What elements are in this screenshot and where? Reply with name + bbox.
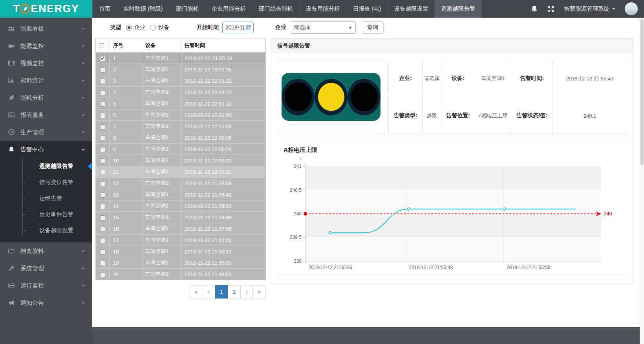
topnav-item[interactable]: 遥测越限告警: [434, 0, 481, 18]
page-first[interactable]: «: [190, 285, 203, 298]
table-row[interactable]: 15车间空调12018-11-22 21:58:49: [96, 212, 266, 223]
sidebar-item[interactable]: 生产管理: [0, 124, 92, 141]
topnav-item[interactable]: 日报表 (电): [346, 0, 388, 18]
row-checkbox[interactable]: [100, 158, 105, 164]
row-checkbox[interactable]: [100, 67, 105, 73]
table-row[interactable]: 10车间空调12018-11-22 22:00:22: [96, 155, 266, 166]
table-row[interactable]: 16车间空调12018-11-22 21:57:59: [96, 223, 266, 235]
table-row[interactable]: 11车间空调22018-11-22 22:00:11: [96, 166, 266, 178]
row-checkbox[interactable]: [100, 124, 105, 129]
row-checkbox[interactable]: [100, 79, 105, 84]
row-checkbox[interactable]: [100, 56, 105, 61]
sidebar-item[interactable]: 运行监控: [0, 277, 92, 294]
sidebar-item[interactable]: 系统管理: [0, 260, 92, 277]
table-row[interactable]: 12车间空调22018-11-22 21:59:58: [96, 178, 266, 189]
row-checkbox[interactable]: [100, 249, 105, 255]
row-checkbox[interactable]: [100, 147, 105, 152]
topnav-item[interactable]: 部门综合能耗: [252, 0, 299, 18]
row-checkbox[interactable]: [100, 204, 105, 209]
cell-no: 12: [110, 178, 142, 189]
sidebar-item[interactable]: 能耗统计: [0, 72, 92, 89]
topnav-item[interactable]: 实时数据 (秒级): [117, 0, 169, 18]
page-next[interactable]: ›: [241, 285, 253, 298]
sidebar-subitem[interactable]: 运维告警: [0, 190, 92, 206]
row-checkbox[interactable]: [100, 181, 105, 186]
topnav-item[interactable]: 企业用能分析: [205, 0, 252, 18]
radio-company[interactable]: [126, 25, 132, 31]
page-scrollbar[interactable]: [640, 18, 644, 344]
table-row[interactable]: 1车间空调12018-12-12 21:55:43: [96, 53, 266, 64]
radio-device[interactable]: [150, 25, 156, 31]
start-time-input[interactable]: 2018-11: [222, 22, 254, 33]
row-checkbox[interactable]: [100, 261, 105, 266]
row-checkbox[interactable]: [100, 193, 105, 198]
data-point-marker[interactable]: [407, 207, 410, 210]
row-checkbox[interactable]: [100, 238, 105, 243]
page-number[interactable]: 1: [215, 285, 228, 298]
sidebar-subitem[interactable]: 信号变位告警: [0, 174, 92, 190]
table-row[interactable]: 8车间空调22018-11-22 22:00:36: [96, 132, 266, 144]
table-row[interactable]: 3车间空调22018-11-22 22:01:22: [96, 75, 266, 87]
clock-icon: [8, 129, 15, 136]
radio-device-label[interactable]: 设备: [158, 24, 169, 31]
table-row[interactable]: 7车间空调12018-11-22 22:01:00: [96, 121, 266, 132]
chevron-down-icon: [349, 27, 352, 31]
cell-device: 车间空调1: [142, 121, 181, 132]
sidebar-item[interactable]: 通知公告: [0, 294, 92, 311]
table-row[interactable]: 9车间空调22018-11-22 22:00:24: [96, 144, 266, 155]
chevron-down-icon: [80, 147, 86, 152]
fullscreen-icon[interactable]: [547, 5, 554, 13]
radio-company-label[interactable]: 企业: [134, 24, 145, 31]
table-row[interactable]: 4车间空调12018-11-22 22:01:21: [96, 87, 266, 98]
notifications-bell-icon[interactable]: [531, 5, 538, 13]
table-row[interactable]: 17车间空调12018-11-22 21:51:03: [96, 235, 266, 246]
row-checkbox[interactable]: [100, 113, 105, 118]
system-title-dropdown[interactable]: 智慧能源管理系统: [564, 5, 615, 13]
sidebar-item[interactable]: 视频监控: [0, 55, 92, 72]
row-checkbox[interactable]: [100, 272, 105, 277]
topnav-item[interactable]: 设备用能分析: [299, 0, 346, 18]
row-checkbox[interactable]: [100, 215, 105, 220]
table-row[interactable]: 2车间空调22018-11-22 22:01:35: [96, 64, 266, 75]
topnav-item[interactable]: 设备越限设置: [387, 0, 434, 18]
sidebar-item[interactable]: 报表服务: [0, 106, 92, 124]
table-row[interactable]: 14车间空调12018-11-22 21:59:31: [96, 200, 266, 212]
data-point-marker[interactable]: [503, 207, 506, 210]
scrollbar-thumb[interactable]: [640, 19, 644, 165]
row-checkbox[interactable]: [100, 170, 105, 175]
select-all-checkbox[interactable]: [99, 43, 104, 48]
table-row[interactable]: 20车间空调22018-11-22 21:49:51: [96, 269, 266, 280]
sidebar-item[interactable]: 能源监控: [0, 37, 92, 55]
sidebar-item[interactable]: 能耗分析: [0, 89, 92, 106]
calendar-icon[interactable]: [246, 25, 251, 30]
row-checkbox[interactable]: [100, 227, 105, 232]
table-row[interactable]: 18车间空调12018-11-22 21:50:13: [96, 246, 266, 257]
sidebar-subitem[interactable]: 遥测越限告警: [0, 158, 92, 174]
topnav-item[interactable]: 部门能耗: [169, 0, 205, 18]
sidebar-subitem[interactable]: 历史事件告警: [0, 206, 92, 222]
data-point-marker[interactable]: [329, 231, 331, 234]
page-number[interactable]: 2: [228, 285, 241, 298]
bell-icon: [8, 146, 15, 153]
table-row[interactable]: 13车间空调12018-11-22 21:59:42: [96, 189, 266, 200]
page-prev[interactable]: ‹: [203, 285, 215, 298]
row-checkbox[interactable]: [100, 90, 105, 95]
query-button[interactable]: 查询: [362, 21, 384, 34]
sidebar-subitem[interactable]: 设备越限设置: [0, 222, 92, 238]
table-row[interactable]: 19车间空调12018-11-22 21:50:03: [96, 257, 266, 269]
cell-time: 2018-11-22 21:59:31: [181, 200, 266, 212]
row-checkbox[interactable]: [100, 102, 105, 107]
row-checkbox[interactable]: [100, 136, 105, 141]
sidebar-item[interactable]: 告警中心: [0, 141, 92, 158]
page-last[interactable]: »: [253, 285, 266, 298]
table-row[interactable]: 5车间空调12018-11-22 22:01:12: [96, 98, 266, 109]
topnav-item[interactable]: 首页: [92, 0, 117, 18]
sidebar-item[interactable]: 能源看板: [0, 20, 92, 37]
user-avatar[interactable]: [625, 2, 638, 15]
cell-no: 13: [110, 189, 142, 200]
sidebar-item[interactable]: 档案资料: [0, 242, 92, 260]
table-row[interactable]: 6车间空调22018-11-22 22:01:01: [96, 109, 266, 121]
info-status-label: 告警状态/值:: [511, 97, 553, 135]
header-no: 序号: [110, 38, 142, 53]
company-select[interactable]: 请选择: [290, 21, 356, 34]
